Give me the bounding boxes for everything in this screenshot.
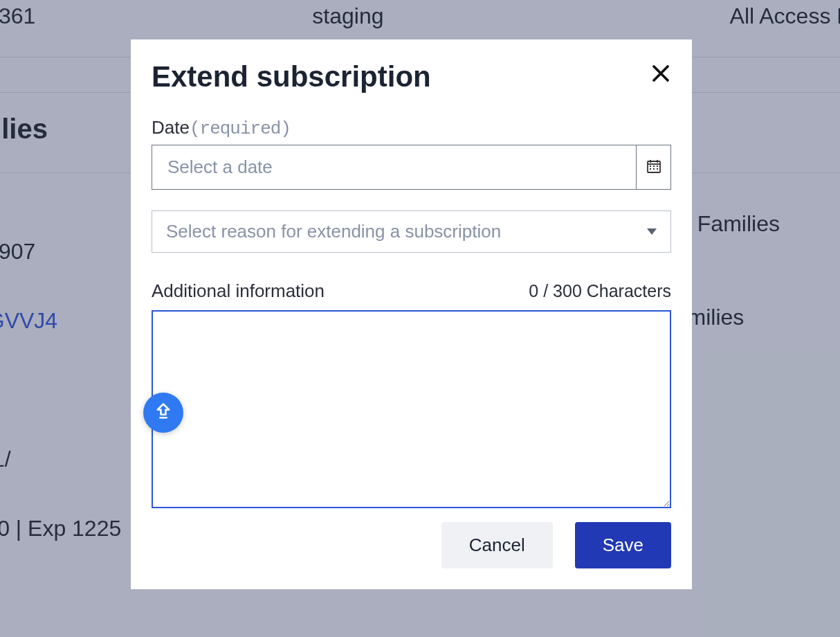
modal-title: Extend subscription bbox=[152, 60, 431, 93]
cancel-button[interactable]: Cancel bbox=[441, 522, 553, 568]
char-counter: 0 / 300 Characters bbox=[529, 281, 671, 301]
svg-rect-0 bbox=[648, 161, 660, 172]
additional-info-textarea[interactable] bbox=[152, 310, 671, 508]
reason-placeholder: Select reason for extending a subscripti… bbox=[166, 221, 647, 242]
date-label-text: Date bbox=[152, 117, 190, 138]
calendar-icon bbox=[646, 158, 662, 177]
date-required-hint: (required) bbox=[190, 118, 291, 139]
upload-icon bbox=[154, 402, 173, 424]
close-button[interactable] bbox=[650, 60, 671, 88]
date-label: Date(required) bbox=[152, 117, 671, 139]
chevron-down-icon bbox=[647, 228, 657, 235]
date-picker-button[interactable] bbox=[636, 145, 670, 189]
additional-info-label: Additional information bbox=[152, 280, 325, 302]
upload-fab[interactable] bbox=[143, 393, 183, 433]
reason-select[interactable]: Select reason for extending a subscripti… bbox=[152, 210, 671, 253]
date-input[interactable] bbox=[152, 145, 636, 189]
extend-subscription-modal: Extend subscription Date(required) Selec… bbox=[131, 39, 692, 589]
date-field[interactable] bbox=[152, 145, 671, 190]
save-button[interactable]: Save bbox=[575, 522, 671, 568]
close-icon bbox=[650, 61, 671, 89]
